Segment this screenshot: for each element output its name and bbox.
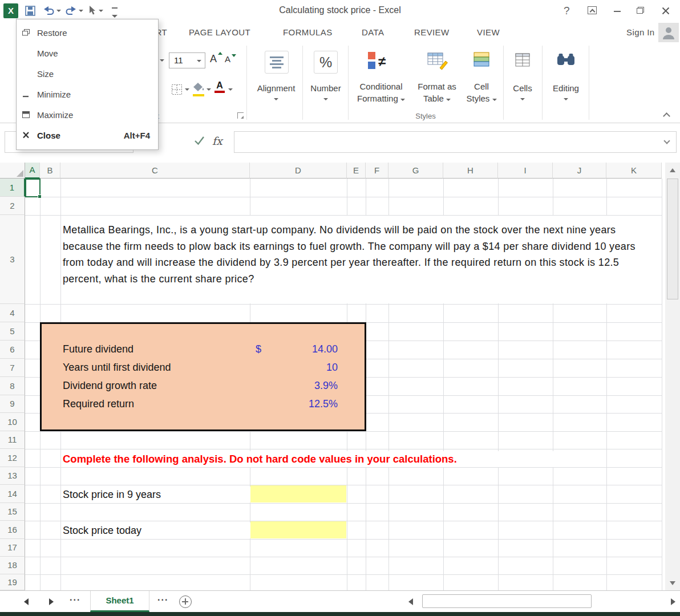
horizontal-scrollbar-thumb[interactable] — [422, 594, 592, 608]
menu-item-minimize[interactable]: Minimize — [17, 84, 158, 104]
info-row[interactable]: Future dividend $ 14.00 — [42, 340, 365, 358]
previous-sheet-icon[interactable] — [24, 598, 29, 605]
window-bottom-edge — [0, 612, 680, 616]
info-label: Required return — [63, 395, 134, 413]
info-row[interactable]: Dividend growth rate 3.9% — [42, 376, 365, 395]
close-icon — [662, 7, 670, 15]
hscroll-right-icon[interactable] — [671, 598, 675, 605]
info-value: 10 — [326, 358, 338, 376]
hscroll-left-icon[interactable] — [408, 598, 413, 605]
menu-item-label: Move — [37, 48, 158, 58]
menu-item-label: Restore — [37, 28, 158, 38]
plus-icon — [185, 598, 186, 605]
fill-handle[interactable] — [38, 194, 42, 198]
ribbon-display-options-button[interactable] — [588, 6, 597, 14]
menu-item-label: Size — [37, 69, 158, 79]
minimize-menu-icon — [17, 91, 31, 98]
help-button[interactable]: ? — [564, 5, 570, 17]
window-title: Calculating stock price - Excel — [0, 5, 680, 15]
menu-item-maximize[interactable]: Maximize — [17, 104, 158, 125]
menu-item-move[interactable]: Move — [17, 43, 158, 63]
close-menu-icon — [17, 132, 31, 139]
menu-item-label: Close — [37, 131, 124, 140]
restore-menu-icon — [17, 29, 31, 36]
info-row[interactable]: Years until first dividend 10 — [42, 358, 365, 376]
sheet-ellipsis-right[interactable]: ... — [157, 593, 168, 603]
restore-button[interactable] — [637, 7, 644, 14]
minimize-button[interactable] — [614, 11, 621, 12]
menu-item-restore[interactable]: Restore — [17, 22, 158, 43]
active-cell-selection-A1[interactable] — [25, 179, 41, 197]
cell-C16-label[interactable]: Stock price today — [61, 522, 250, 538]
info-value: 3.9% — [314, 376, 338, 395]
cell-C14-label[interactable]: Stock price in 9 years — [61, 487, 250, 502]
menu-item-label: Maximize — [37, 110, 158, 120]
cell-C3-problem-text[interactable]: Metallica Bearings, Inc., is a young sta… — [61, 216, 659, 303]
menu-item-shortcut: Alt+F4 — [124, 131, 150, 140]
sheet-tab-sheet1[interactable]: Sheet1 — [90, 591, 149, 612]
new-sheet-button[interactable] — [179, 595, 192, 608]
restore-icon — [637, 7, 644, 14]
maximize-menu-icon — [17, 111, 31, 118]
cell-C12-instruction-text[interactable]: Complete the following analysis. Do not … — [61, 451, 579, 467]
info-label: Future dividend — [63, 340, 133, 358]
input-info-box: Future dividend $ 14.00 Years until firs… — [40, 322, 366, 431]
ribbon-display-options-icon — [588, 6, 597, 14]
next-sheet-icon[interactable] — [49, 598, 54, 605]
info-row[interactable]: Required return 12.5% — [42, 395, 365, 413]
close-button[interactable] — [662, 7, 670, 17]
window-context-menu: Restore Move Size Minimize Maximize Clos… — [16, 19, 159, 150]
info-value: 14.00 — [312, 340, 338, 358]
sheet-ellipsis-left[interactable]: ... — [70, 593, 80, 603]
menu-item-label: Minimize — [37, 90, 158, 99]
minimize-icon — [614, 11, 621, 12]
info-currency-prefix: $ — [256, 340, 261, 358]
menu-item-size[interactable]: Size — [17, 63, 158, 84]
info-value: 12.5% — [309, 395, 338, 413]
menu-item-close[interactable]: Close Alt+F4 — [17, 125, 158, 145]
sheet-tab-bar: ... Sheet1 ... — [0, 590, 680, 612]
info-label: Dividend growth rate — [63, 376, 157, 395]
info-label: Years until first dividend — [63, 358, 171, 376]
